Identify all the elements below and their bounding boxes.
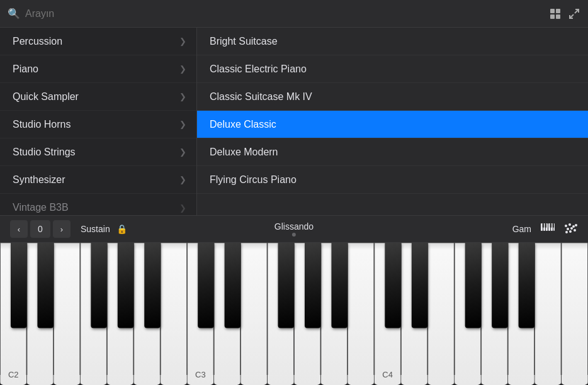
right-controls: Gam <box>512 223 578 235</box>
sidebar-item-vintage-b3b[interactable]: Vintage B3B ❯ <box>0 194 196 215</box>
svg-point-21 <box>575 224 577 226</box>
svg-rect-0 <box>550 9 555 13</box>
sidebar-item-studio-strings[interactable]: Studio Strings ❯ <box>0 138 196 166</box>
submenu-panel: Bright Suitcase Classic Electric Piano C… <box>197 28 588 215</box>
sidebar-item-synthesizer[interactable]: Synthesizer ❯ <box>0 166 196 194</box>
chevron-right-icon: ❯ <box>179 120 186 129</box>
menu-item-deluxe-classic[interactable]: Deluxe Classic <box>197 111 588 138</box>
search-bar: 🔍 <box>0 0 588 28</box>
chevron-right-icon: ❯ <box>179 175 186 184</box>
svg-point-17 <box>568 223 571 226</box>
sidebar: Percussion ❯ Piano ❯ Quick Sampler ❯ Stu… <box>0 28 197 215</box>
menu-item-flying-circus-piano[interactable]: Flying Circus Piano <box>197 166 588 194</box>
svg-point-20 <box>570 227 573 230</box>
svg-rect-12 <box>543 223 545 228</box>
expand-icon <box>568 8 580 20</box>
lock-icon: 🔒 <box>116 224 127 234</box>
chevron-right-icon: ❯ <box>179 203 186 213</box>
svg-rect-14 <box>550 223 552 228</box>
expand-button[interactable] <box>568 8 580 20</box>
octave-up-button[interactable]: › <box>53 220 71 238</box>
gam-label: Gam <box>512 224 531 234</box>
grid-icon <box>549 8 562 20</box>
sustain-label: Sustain <box>81 224 110 234</box>
menu-item-classic-electric-piano[interactable]: Classic Electric Piano <box>197 55 588 83</box>
octave-down-button[interactable]: ‹ <box>10 220 28 238</box>
svg-point-22 <box>565 231 568 233</box>
piano-view-button[interactable] <box>540 223 555 235</box>
svg-point-18 <box>572 225 575 228</box>
svg-rect-13 <box>545 223 547 228</box>
sidebar-item-quick-sampler[interactable]: Quick Sampler ❯ <box>0 83 196 111</box>
chevron-right-icon: ❯ <box>179 64 186 74</box>
sidebar-item-percussion[interactable]: Percussion ❯ <box>0 28 196 55</box>
search-input[interactable] <box>25 8 544 20</box>
svg-rect-2 <box>550 14 555 19</box>
svg-rect-15 <box>553 223 555 228</box>
sidebar-item-studio-horns[interactable]: Studio Horns ❯ <box>0 111 196 138</box>
svg-point-19 <box>567 228 569 230</box>
glissando-label: Glissando <box>274 221 314 232</box>
menu-item-bright-suitcase[interactable]: Bright Suitcase <box>197 28 588 55</box>
piano-keys-icon <box>540 223 555 235</box>
chevron-right-icon: ❯ <box>179 36 186 46</box>
main-content: Percussion ❯ Piano ❯ Quick Sampler ❯ Stu… <box>0 28 588 215</box>
controls-bar: ‹ 0 › Sustain 🔒 Glissando Gam <box>0 215 588 243</box>
piano-keyboard[interactable] <box>0 243 588 385</box>
octave-number: 0 <box>30 220 50 238</box>
svg-point-24 <box>574 229 576 232</box>
scatter-dots-icon <box>564 223 578 235</box>
sidebar-item-piano[interactable]: Piano ❯ <box>0 55 196 83</box>
glissando-dot <box>292 233 296 237</box>
scatter-view-button[interactable] <box>564 223 578 235</box>
glissando-control: Glissando <box>274 221 314 237</box>
svg-point-16 <box>565 225 567 227</box>
piano-section: ‹ 0 › Sustain 🔒 Glissando Gam <box>0 215 588 385</box>
search-right-actions <box>549 8 580 20</box>
menu-item-classic-suitcase-mk-iv[interactable]: Classic Suitcase Mk IV <box>197 83 588 111</box>
menu-item-deluxe-modern[interactable]: Deluxe Modern <box>197 138 588 166</box>
search-icon: 🔍 <box>8 8 20 20</box>
chevron-right-icon: ❯ <box>179 92 186 101</box>
svg-rect-1 <box>556 9 560 13</box>
chevron-right-icon: ❯ <box>179 147 186 157</box>
svg-rect-3 <box>556 14 560 19</box>
svg-point-23 <box>569 230 572 233</box>
octave-controls: ‹ 0 › Sustain 🔒 <box>10 220 127 238</box>
grid-view-button[interactable] <box>549 8 562 20</box>
